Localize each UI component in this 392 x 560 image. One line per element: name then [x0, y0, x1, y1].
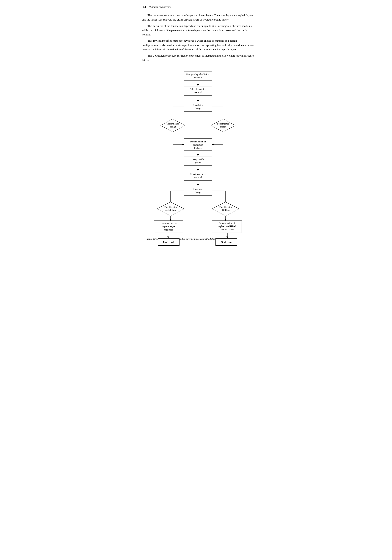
- node-select-pavement: Select pavement: [190, 173, 206, 175]
- node-pavement-design-2: design: [195, 191, 201, 194]
- node-final-right: Final result: [221, 241, 232, 243]
- node-perf-left-2: design: [170, 125, 176, 128]
- node-det-hbm-2: asphalt and HBM: [218, 225, 236, 228]
- svg-marker-35: [227, 237, 228, 238]
- node-flex-asphalt-2: asphalt base: [165, 209, 176, 211]
- node-design-subgrade-2: strength: [194, 76, 202, 79]
- node-perf-left: Performance: [167, 122, 179, 125]
- node-final-left: Final result: [163, 241, 174, 243]
- svg-marker-3: [197, 100, 199, 102]
- svg-marker-21: [197, 184, 199, 186]
- node-det-foundation: Determination of: [190, 140, 206, 143]
- page-title: Highway engineering: [149, 6, 172, 9]
- svg-rect-37: [184, 86, 212, 96]
- node-det-hbm: Determination of: [219, 222, 235, 225]
- node-det-asphalt-2: asphalt layer: [162, 225, 175, 228]
- node-design-traffic: Design traffic: [191, 158, 204, 161]
- node-perf-right-2: design: [220, 125, 226, 128]
- svg-marker-12: [182, 144, 184, 145]
- svg-rect-44: [184, 186, 212, 195]
- node-det-asphalt: Determination of: [161, 222, 177, 225]
- page-header: 554 Highway engineering: [142, 6, 254, 10]
- flowchart-svg: text { font-family: 'Times New Roman', s…: [146, 68, 250, 249]
- flowchart: text { font-family: 'Times New Roman', s…: [146, 68, 250, 236]
- node-select-pavement-2: material: [194, 176, 202, 179]
- page-number: 554: [142, 6, 146, 9]
- svg-marker-33: [167, 237, 169, 238]
- svg-marker-29: [170, 219, 172, 221]
- svg-rect-36: [184, 71, 212, 81]
- node-select-foundation-2: material: [194, 91, 202, 94]
- node-det-hbm-3: layer thickness: [220, 228, 234, 231]
- svg-marker-19: [197, 169, 199, 171]
- node-design-traffic-2: (msa): [195, 161, 200, 164]
- figure-container: text { font-family: 'Times New Roman', s…: [142, 68, 254, 240]
- svg-rect-42: [184, 156, 212, 166]
- node-foundation-design-2: design: [195, 107, 201, 110]
- svg-marker-17: [197, 154, 199, 156]
- paragraph-4: The UK design procedure for flexible pav…: [142, 54, 254, 62]
- node-flex-asphalt: Flexible with: [164, 206, 177, 208]
- node-flex-hbm-2: HBM base: [220, 209, 230, 211]
- node-perf-right: Performance: [217, 122, 229, 125]
- svg-rect-43: [184, 171, 212, 180]
- node-select-foundation: Select foundation: [190, 88, 206, 90]
- node-foundation-design: Foundation: [192, 104, 203, 107]
- node-det-foundation-3: thickness: [193, 147, 202, 149]
- paragraph-3: This revised/modified methodology gives …: [142, 39, 254, 52]
- paragraph-1: The pavement structure consists of upper…: [142, 13, 254, 22]
- node-det-asphalt-3: thickness: [164, 229, 173, 231]
- svg-marker-1: [197, 84, 199, 86]
- paragraph-2: The thickness of the foundation depends …: [142, 24, 254, 37]
- node-flex-hbm: Flexible with: [219, 206, 232, 208]
- svg-marker-15: [212, 144, 214, 145]
- node-design-subgrade: Design subgrade CBR or: [186, 73, 210, 76]
- svg-rect-38: [184, 102, 212, 111]
- svg-marker-31: [225, 219, 227, 221]
- node-det-foundation-2: foundation: [193, 144, 203, 146]
- node-pavement-design: Pavement: [193, 188, 203, 190]
